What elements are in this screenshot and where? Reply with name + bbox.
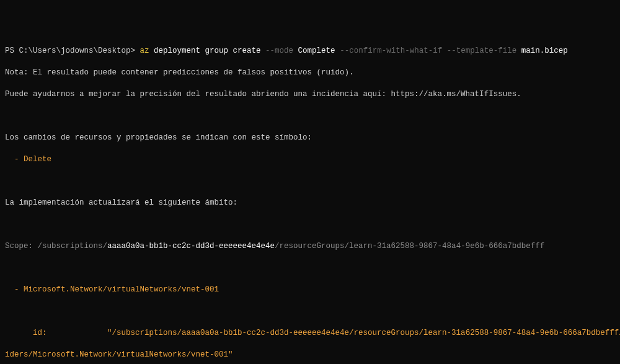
scope-line: Scope: /subscriptions/aaaa0a0a-bb1b-cc2c… [5,241,615,252]
cmd-mode-flag: --mode [265,47,293,55]
cmd-bicep: main.bicep [516,47,568,55]
scope-suffix: /resourceGroups/learn-31a62588-9867-48a4… [275,242,544,251]
changes-header: Los cambios de recursos y propiedades se… [5,133,615,144]
scope-prefix: Scope: /subscriptions/ [5,242,107,251]
cmd-deploy: deployment group create [149,47,266,55]
scope-intro: La implementación actualizará el siguien… [5,198,615,209]
note-line-1: Nota: El resultado puede contener predic… [5,68,615,79]
res1-id-cont: iders/Microsoft.Network/virtualNetworks/… [5,350,615,361]
resource-1-header: - Microsoft.Network/virtualNetworks/vnet… [5,285,615,296]
scope-sub-id: aaaa0a0a-bb1b-cc2c-dd3d-eeeeee4e4e4e [107,242,275,251]
cmd-flags-gray: --confirm-with-what-if --template-file [340,47,516,55]
prompt-path: PS C:\Users\jodowns\Desktop> [5,47,140,55]
res1-id: id: "/subscriptions/aaaa0a0a-bb1b-cc2c-d… [5,328,615,339]
command-line: PS C:\Users\jodowns\Desktop> az deployme… [5,46,615,57]
note-line-2: Puede ayudarnos a mejorar la precisión d… [5,89,615,100]
cmd-complete: Complete [293,47,340,55]
cmd-az: az [140,47,149,55]
terminal-output: PS C:\Users\jodowns\Desktop> az deployme… [5,46,615,364]
delete-symbol: - Delete [5,154,615,166]
